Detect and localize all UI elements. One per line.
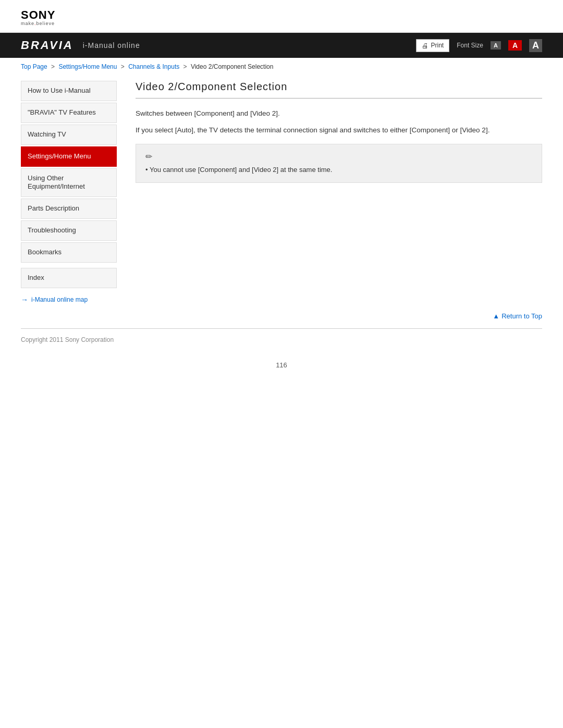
note-box: ✏ You cannot use [Component] and [Video … [136, 144, 542, 183]
breadcrumb-top-page[interactable]: Top Page [21, 63, 47, 70]
sidebar: How to Use i-Manual "BRAVIA" TV Features… [21, 73, 125, 304]
breadcrumb-current: Video 2/Component Selection [191, 63, 274, 70]
print-button[interactable]: 🖨 Print [416, 39, 450, 52]
bravia-brand: BRAVIA [21, 39, 74, 52]
sidebar-item-how-to-use[interactable]: How to Use i-Manual [21, 81, 117, 101]
note-pencil-icon: ✏ [145, 152, 532, 162]
sidebar-item-troubleshooting[interactable]: Troubleshooting [21, 220, 117, 241]
note-text: You cannot use [Component] and [Video 2]… [145, 165, 532, 175]
breadcrumb: Top Page > Settings/Home Menu > Channels… [0, 58, 563, 73]
return-to-top-link[interactable]: ▲ Return to Top [493, 312, 542, 320]
sony-logo: SONY [21, 9, 542, 21]
sidebar-item-parts-description[interactable]: Parts Description [21, 199, 117, 219]
top-bar-right: 🖨 Print Font Size A A A [416, 39, 542, 52]
sony-tagline: make.believe [21, 21, 542, 26]
breadcrumb-settings-home[interactable]: Settings/Home Menu [58, 63, 117, 70]
sidebar-item-using-other[interactable]: Using Other Equipment/Internet [21, 168, 117, 198]
sidebar-item-bookmarks[interactable]: Bookmarks [21, 242, 117, 263]
font-size-medium-button[interactable]: A [508, 40, 522, 51]
sidebar-item-watching-tv[interactable]: Watching TV [21, 125, 117, 145]
footer: Copyright 2011 Sony Corporation [0, 329, 563, 351]
font-size-large-button[interactable]: A [529, 39, 542, 52]
sidebar-item-index[interactable]: Index [21, 268, 117, 288]
main-container: How to Use i-Manual "BRAVIA" TV Features… [0, 73, 563, 304]
sidebar-item-settings-home-menu[interactable]: Settings/Home Menu [21, 146, 117, 167]
font-size-small-button[interactable]: A [491, 41, 501, 50]
content-paragraph-2: If you select [Auto], the TV detects the… [136, 125, 542, 136]
page-number: 116 [0, 351, 563, 374]
sidebar-item-bravia-tv-features[interactable]: "BRAVIA" TV Features [21, 103, 117, 123]
logo-area: SONY make.believe [0, 0, 563, 33]
imanual-label: i-Manual online [83, 41, 140, 50]
return-to-top-row: ▲ Return to Top [0, 304, 563, 328]
top-bar: BRAVIA i-Manual online 🖨 Print Font Size… [0, 33, 563, 58]
print-icon: 🖨 [422, 42, 429, 50]
page-title: Video 2/Component Selection [136, 81, 542, 98]
content-area: Video 2/Component Selection Switches bet… [125, 73, 542, 304]
imanual-map-link[interactable]: → i-Manual online map [21, 295, 117, 304]
content-paragraph-1: Switches between [Component] and [Video … [136, 108, 542, 119]
font-size-label: Font Size [457, 42, 483, 49]
copyright-text: Copyright 2011 Sony Corporation [21, 336, 114, 343]
breadcrumb-channels-inputs[interactable]: Channels & Inputs [128, 63, 179, 70]
sidebar-index-section: Index [21, 268, 117, 288]
arrow-right-icon: → [21, 295, 28, 304]
bravia-title: BRAVIA i-Manual online [21, 39, 140, 52]
triangle-up-icon: ▲ [493, 312, 499, 320]
